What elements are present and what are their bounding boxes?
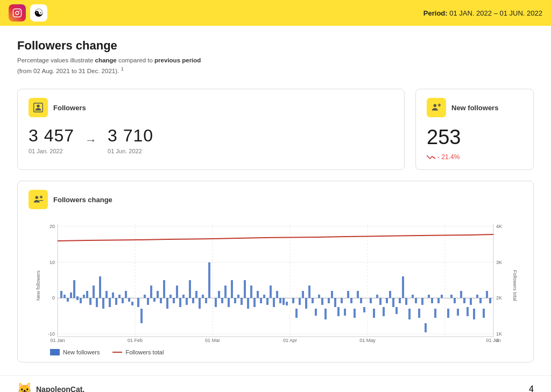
- svg-rect-162: [467, 307, 469, 316]
- svg-rect-59: [118, 295, 121, 298]
- svg-rect-74: [169, 295, 172, 298]
- followers-end-value: 3 710: [108, 126, 153, 146]
- svg-rect-93: [234, 298, 236, 303]
- svg-text:01 May: 01 May: [359, 338, 376, 343]
- svg-rect-111: [295, 309, 298, 318]
- napoleoncat-logo-icon: 🐱: [17, 382, 32, 392]
- subtitle-mid: compared to: [118, 57, 153, 63]
- svg-text:01 Feb: 01 Feb: [128, 338, 143, 343]
- svg-rect-44: [70, 293, 72, 298]
- svg-rect-120: [324, 309, 327, 319]
- svg-text:20: 20: [50, 224, 55, 229]
- new-followers-change: - 21.4%: [427, 153, 522, 161]
- followers-icon: [29, 98, 48, 117]
- followers-end-date: 01 Jun. 2022: [108, 148, 153, 154]
- svg-rect-153: [434, 309, 436, 318]
- svg-rect-128: [350, 298, 352, 303]
- legend-new-followers-label: New followers: [63, 349, 100, 355]
- new-followers-change-text: - 21.4%: [437, 153, 460, 161]
- svg-rect-132: [363, 307, 365, 312]
- svg-text:01 Jun: 01 Jun: [486, 338, 500, 343]
- svg-rect-122: [331, 291, 333, 298]
- svg-rect-154: [437, 298, 440, 303]
- svg-rect-129: [354, 309, 356, 318]
- svg-rect-82: [195, 291, 197, 298]
- svg-rect-86: [208, 262, 210, 298]
- svg-rect-54: [102, 298, 104, 309]
- svg-rect-105: [273, 298, 275, 307]
- svg-rect-130: [357, 291, 359, 298]
- svg-rect-164: [473, 309, 475, 319]
- svg-rect-58: [115, 298, 117, 305]
- svg-rect-109: [286, 302, 288, 305]
- legend-bar-icon: [50, 349, 60, 355]
- svg-rect-102: [263, 295, 265, 298]
- svg-point-8: [36, 196, 39, 199]
- period-label: Period:: [423, 9, 448, 17]
- chart-svg: New followers Followers total 20: [29, 216, 522, 345]
- svg-rect-69: [153, 298, 156, 302]
- instagram-icon: [9, 4, 26, 22]
- svg-rect-140: [392, 298, 394, 307]
- svg-rect-53: [99, 276, 101, 298]
- svg-text:0: 0: [52, 296, 55, 301]
- svg-rect-108: [282, 298, 285, 305]
- svg-rect-75: [173, 298, 175, 303]
- new-followers-card-title: New followers: [451, 104, 498, 112]
- svg-rect-64: [137, 298, 139, 307]
- svg-rect-131: [360, 298, 362, 303]
- svg-rect-151: [428, 295, 430, 298]
- svg-rect-119: [321, 298, 323, 305]
- footer-logo: 🐱 NapoleonCat.: [17, 382, 84, 392]
- svg-rect-147: [415, 298, 417, 303]
- subtitle: Percentage values illustrate change comp…: [17, 56, 534, 76]
- svg-rect-88: [218, 291, 220, 298]
- svg-rect-126: [344, 309, 346, 316]
- page-number: 4: [529, 384, 534, 392]
- chart-card-header: Followers change: [29, 190, 522, 209]
- followers-card-title: Followers: [53, 104, 86, 112]
- svg-rect-139: [389, 291, 391, 298]
- svg-text:01 Apr: 01 Apr: [283, 338, 297, 343]
- svg-rect-96: [244, 280, 246, 298]
- svg-rect-155: [441, 295, 443, 298]
- svg-rect-65: [140, 309, 143, 323]
- header: ☯ Period: 01 JAN. 2022 – 01 JUN. 2022: [0, 0, 551, 26]
- followers-end-group: 3 710 01 Jun. 2022: [108, 126, 153, 154]
- new-followers-card: New followers 253 - 21.4%: [415, 89, 534, 170]
- page: ☯ Period: 01 JAN. 2022 – 01 JUN. 2022 Fo…: [0, 0, 551, 392]
- svg-rect-76: [176, 286, 178, 298]
- footer: 🐱 NapoleonCat. 4: [0, 375, 551, 392]
- svg-text:New followers: New followers: [36, 270, 41, 301]
- svg-rect-60: [122, 298, 124, 303]
- svg-rect-152: [431, 298, 433, 303]
- svg-rect-116: [312, 298, 314, 303]
- svg-rect-158: [454, 298, 456, 303]
- svg-rect-67: [147, 298, 149, 305]
- svg-rect-48: [83, 295, 85, 298]
- followers-card: Followers 3 457 01 Jan. 2022 → 3 710 01 …: [17, 89, 405, 170]
- new-followers-value: 253: [427, 126, 522, 149]
- svg-rect-97: [247, 298, 249, 309]
- svg-rect-138: [386, 298, 388, 303]
- svg-rect-117: [315, 309, 317, 316]
- svg-rect-51: [93, 286, 95, 298]
- svg-rect-106: [276, 291, 278, 298]
- chart-legend: New followers Followers total: [29, 349, 522, 355]
- svg-rect-100: [257, 291, 259, 298]
- svg-rect-70: [157, 291, 159, 298]
- arrow-icon: →: [85, 133, 97, 147]
- svg-rect-149: [421, 298, 423, 305]
- period-value: 01 JAN. 2022 – 01 JUN. 2022: [449, 9, 542, 17]
- svg-rect-77: [179, 298, 181, 307]
- svg-rect-49: [86, 291, 88, 298]
- page-title: Followers change: [17, 39, 534, 53]
- svg-rect-148: [418, 309, 420, 318]
- svg-rect-121: [328, 298, 330, 303]
- svg-rect-63: [131, 302, 133, 305]
- svg-rect-57: [112, 293, 114, 298]
- svg-point-5: [434, 104, 437, 108]
- svg-rect-115: [308, 286, 310, 298]
- svg-text:1K: 1K: [496, 331, 502, 337]
- svg-rect-169: [489, 298, 491, 303]
